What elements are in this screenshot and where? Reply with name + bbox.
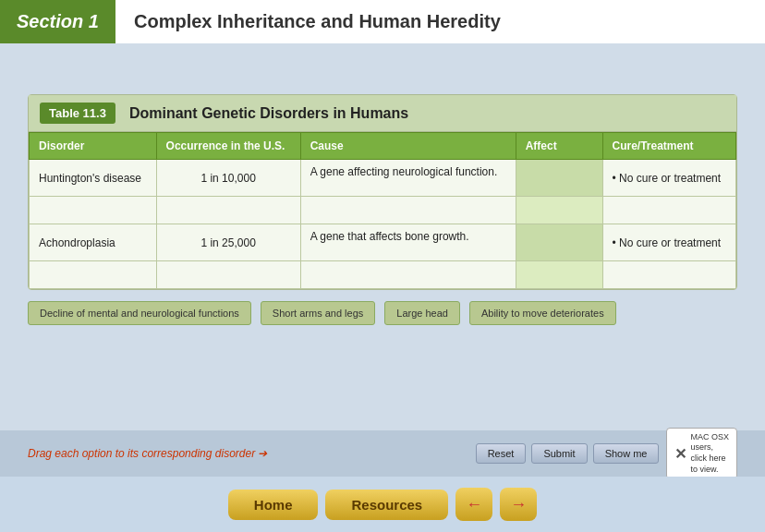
table-title: Dominant Genetic Disorders in Humans xyxy=(129,105,408,122)
resources-button[interactable]: Resources xyxy=(325,490,448,520)
cause-2: A gene that affects bone growth. xyxy=(300,224,516,261)
affect-drop-2a[interactable] xyxy=(516,224,602,261)
submit-button[interactable]: Submit xyxy=(531,443,587,464)
cause-2b xyxy=(300,261,516,289)
occurrence-2: 1 in 25,000 xyxy=(156,224,300,261)
disorder-1: Huntington's disease xyxy=(30,160,157,197)
occurrence-1: 1 in 10,000 xyxy=(156,160,300,197)
col-affect: Affect xyxy=(516,133,602,160)
disorder-1b xyxy=(30,197,157,224)
disorder-2: Achondroplasia xyxy=(30,224,157,261)
affect-drop-1a[interactable] xyxy=(516,160,602,197)
data-table: Disorder Occurrence in the U.S. Cause Af… xyxy=(29,132,736,289)
col-cure: Cure/Treatment xyxy=(602,133,736,160)
home-button[interactable]: Home xyxy=(228,490,319,520)
drop-option-3[interactable]: Large head xyxy=(384,301,460,325)
table-container: Table 11.3 Dominant Genetic Disorders in… xyxy=(28,94,737,290)
table-row: Achondroplasia 1 in 25,000 A gene that a… xyxy=(30,224,736,261)
cure-2: • No cure or treatment xyxy=(602,224,736,261)
page-header: Section 1 Complex Inheritance and Human … xyxy=(0,0,765,43)
table-number: Table 11.3 xyxy=(40,103,115,124)
section-label: Section 1 xyxy=(0,0,115,43)
cure-1: • No cure or treatment xyxy=(602,160,736,197)
occurrence-1b xyxy=(156,197,300,224)
drop-option-2[interactable]: Short arms and legs xyxy=(261,301,375,325)
table-row-sub2 xyxy=(30,261,736,289)
mac-x-icon: ✕ xyxy=(674,445,686,463)
occurrence-2b xyxy=(156,261,300,289)
forward-arrow-button[interactable]: → xyxy=(500,488,537,521)
drag-instruction-text: Drag each option to its corresponding di… xyxy=(28,447,267,460)
table-header-row: Table 11.3 Dominant Genetic Disorders in… xyxy=(29,95,736,132)
cause-1b xyxy=(300,197,516,224)
table-row-sub1 xyxy=(30,197,736,224)
cause-1: A gene affecting neurological function. xyxy=(300,160,516,197)
mac-text: MAC OSX users, click here to view. xyxy=(690,432,729,476)
affect-drop-1b[interactable] xyxy=(516,197,602,224)
drop-options-area: Decline of mental and neurological funct… xyxy=(28,301,737,325)
cure-1b xyxy=(602,197,736,224)
footer-navigation: Home Resources ← → xyxy=(0,477,765,532)
drag-instruction-area: Drag each option to its corresponding di… xyxy=(0,430,765,477)
action-buttons: Reset Submit Show me xyxy=(476,443,660,464)
disorder-2b xyxy=(30,261,157,289)
col-disorder: Disorder xyxy=(30,133,157,160)
back-arrow-button[interactable]: ← xyxy=(455,488,492,521)
col-cause: Cause xyxy=(300,133,516,160)
affect-drop-2b[interactable] xyxy=(516,261,602,289)
col-occurrence: Occurrence in the U.S. xyxy=(156,133,300,160)
reset-button[interactable]: Reset xyxy=(476,443,527,464)
cure-2b xyxy=(602,261,736,289)
page-title: Complex Inheritance and Human Heredity xyxy=(115,0,765,43)
main-content: Table 11.3 Dominant Genetic Disorders in… xyxy=(0,43,765,477)
mac-badge[interactable]: ✕ MAC OSX users, click here to view. xyxy=(666,428,737,480)
drop-option-1[interactable]: Decline of mental and neurological funct… xyxy=(28,301,251,325)
drop-option-4[interactable]: Ability to move deteriorates xyxy=(469,301,616,325)
show-me-button[interactable]: Show me xyxy=(593,443,660,464)
table-row: Huntington's disease 1 in 10,000 A gene … xyxy=(30,160,736,197)
